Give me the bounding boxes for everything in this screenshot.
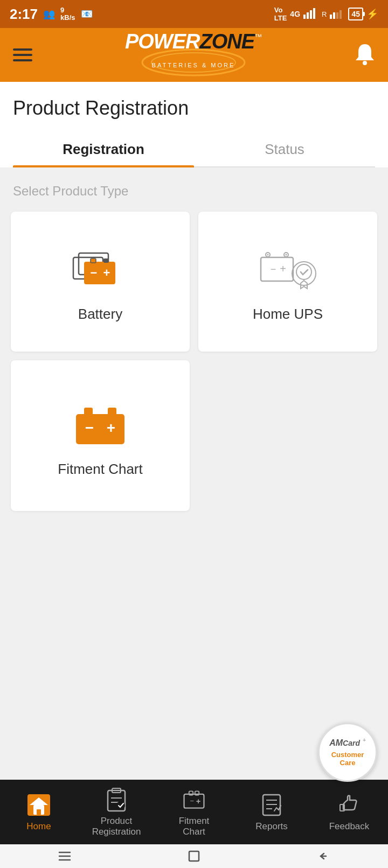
fitment-chart-nav-icon: − + xyxy=(181,787,207,813)
home-icon xyxy=(26,792,52,818)
customer-care-label: CustomerCare xyxy=(331,751,364,767)
svg-rect-2 xyxy=(310,10,312,19)
svg-point-20 xyxy=(267,254,269,255)
battery-product-icon: − + xyxy=(68,247,133,295)
logo-subtitle: BATTERIES & MORE xyxy=(152,62,235,68)
content-area: Select Product Type − + Battery xyxy=(0,167,388,538)
product-card-home-ups[interactable]: − + Home UPS xyxy=(198,212,377,352)
status-time: 2:17 xyxy=(10,6,38,23)
svg-rect-18 xyxy=(261,257,293,281)
fitment-product-icon: − + xyxy=(68,399,133,450)
bell-button[interactable] xyxy=(355,42,375,68)
svg-point-10 xyxy=(363,61,367,65)
customer-care-logo: AMCard + xyxy=(329,737,366,748)
ups-label: Home UPS xyxy=(253,306,323,323)
svg-point-39 xyxy=(116,801,125,810)
page-section: Product Registration Registration Status xyxy=(0,82,388,167)
hamburger-menu[interactable] xyxy=(13,48,32,61)
battery-indicator: 45 xyxy=(348,8,363,20)
svg-text:−: − xyxy=(190,797,195,805)
product-registration-icon xyxy=(103,787,129,813)
product-row-single: − + Fitment Chart xyxy=(11,360,377,511)
app-logo: POWER ZONE ™ BATTERIES & MORE xyxy=(125,30,262,80)
nav-item-feedback[interactable]: Feedback xyxy=(310,792,388,832)
svg-text:−: − xyxy=(91,266,98,279)
tab-status[interactable]: Status xyxy=(194,132,375,166)
volte-indicator: VoLTE xyxy=(274,6,287,22)
tab-registration[interactable]: Registration xyxy=(13,132,194,166)
network-kb: 9kB/s xyxy=(60,6,75,22)
nav-label-feedback: Feedback xyxy=(329,821,370,832)
status-bar: 2:17 👥 9kB/s 📧 VoLTE 4G R 45 xyxy=(0,0,388,28)
product-card-fitment[interactable]: − + Fitment Chart xyxy=(11,360,190,511)
fitment-label: Fitment Chart xyxy=(58,461,143,478)
nav-item-fitment-chart[interactable]: − + FitmentChart xyxy=(155,787,233,838)
outlook-icon: 📧 xyxy=(81,8,93,20)
nav-item-product-registration[interactable]: ProductRegistration xyxy=(78,787,155,838)
svg-rect-3 xyxy=(313,8,315,19)
svg-text:+: + xyxy=(196,797,201,806)
svg-text:+: + xyxy=(280,263,286,275)
sys-back-button[interactable] xyxy=(314,846,333,866)
charging-icon: ⚡ xyxy=(366,8,378,20)
svg-text:−: − xyxy=(271,264,276,275)
system-nav xyxy=(0,844,388,868)
svg-rect-15 xyxy=(103,258,109,263)
svg-rect-1 xyxy=(307,12,309,19)
svg-text:+: + xyxy=(107,419,115,436)
r-indicator: R xyxy=(322,10,327,18)
ups-product-icon: − + xyxy=(258,247,317,295)
reports-icon xyxy=(259,792,285,818)
nav-label-reports: Reports xyxy=(255,821,288,832)
product-grid-top: − + Battery − + xyxy=(11,212,377,352)
svg-rect-6 xyxy=(336,12,338,19)
svg-rect-28 xyxy=(84,408,93,415)
svg-text:+: + xyxy=(103,266,110,279)
sys-menu-button[interactable] xyxy=(55,846,74,866)
svg-rect-13 xyxy=(84,262,115,284)
svg-rect-7 xyxy=(340,10,342,19)
svg-rect-14 xyxy=(91,258,96,263)
battery-label: Battery xyxy=(78,306,122,323)
network-4g: 4G xyxy=(290,10,300,18)
svg-point-26 xyxy=(296,264,311,279)
select-product-label: Select Product Type xyxy=(11,184,377,199)
nav-item-home[interactable]: Home xyxy=(0,792,78,832)
svg-rect-53 xyxy=(189,851,199,861)
customer-care-button[interactable]: AMCard + CustomerCare xyxy=(318,723,377,782)
app-header: POWER ZONE ™ BATTERIES & MORE xyxy=(0,28,388,82)
svg-rect-5 xyxy=(333,12,335,19)
signal-bars-2 xyxy=(330,7,345,22)
bottom-nav: Home ProductRegistration xyxy=(0,780,388,844)
sys-home-button[interactable] xyxy=(184,846,204,866)
svg-rect-0 xyxy=(303,15,306,19)
page-title: Product Registration xyxy=(13,97,375,120)
svg-rect-4 xyxy=(330,15,332,19)
product-card-battery[interactable]: − + Battery xyxy=(11,212,190,352)
nav-item-reports[interactable]: Reports xyxy=(233,792,310,832)
svg-rect-34 xyxy=(37,809,41,815)
nav-label-fitment: FitmentChart xyxy=(179,816,210,838)
signal-bars xyxy=(303,7,318,22)
tabs-container: Registration Status xyxy=(13,132,375,167)
svg-text:−: − xyxy=(85,419,94,436)
nav-label-product-reg: ProductRegistration xyxy=(92,816,141,838)
svg-point-22 xyxy=(286,254,287,255)
svg-rect-29 xyxy=(108,408,116,415)
nav-label-home: Home xyxy=(26,821,51,832)
teams-icon: 👥 xyxy=(43,8,55,20)
feedback-icon xyxy=(336,792,362,818)
svg-rect-27 xyxy=(76,414,124,444)
